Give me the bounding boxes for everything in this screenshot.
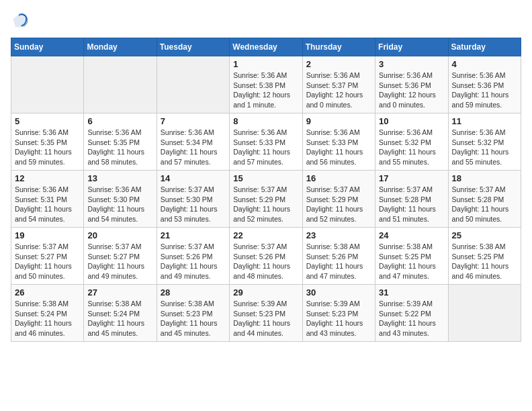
calendar-cell: 27Sunrise: 5:38 AM Sunset: 5:24 PM Dayli…	[84, 285, 157, 342]
calendar-cell: 21Sunrise: 5:37 AM Sunset: 5:26 PM Dayli…	[157, 228, 229, 285]
calendar-cell: 5Sunrise: 5:36 AM Sunset: 5:35 PM Daylig…	[11, 113, 84, 171]
calendar-week-row: 5Sunrise: 5:36 AM Sunset: 5:35 PM Daylig…	[11, 113, 521, 171]
calendar-cell: 14Sunrise: 5:37 AM Sunset: 5:30 PM Dayli…	[157, 171, 229, 228]
calendar-week-row: 1Sunrise: 5:36 AM Sunset: 5:38 PM Daylig…	[11, 56, 521, 113]
weekday-header-saturday: Saturday	[448, 38, 521, 56]
day-number: 26	[15, 287, 80, 298]
calendar-cell	[11, 56, 84, 113]
day-info: Sunrise: 5:38 AM Sunset: 5:23 PM Dayligh…	[161, 299, 226, 338]
weekday-header-thursday: Thursday	[302, 38, 375, 56]
calendar-cell: 26Sunrise: 5:38 AM Sunset: 5:24 PM Dayli…	[11, 285, 84, 342]
calendar-cell: 28Sunrise: 5:38 AM Sunset: 5:23 PM Dayli…	[157, 285, 229, 342]
calendar-cell: 19Sunrise: 5:37 AM Sunset: 5:27 PM Dayli…	[11, 228, 84, 285]
day-info: Sunrise: 5:38 AM Sunset: 5:24 PM Dayligh…	[15, 299, 80, 338]
calendar-cell: 9Sunrise: 5:36 AM Sunset: 5:33 PM Daylig…	[302, 113, 375, 171]
day-info: Sunrise: 5:37 AM Sunset: 5:27 PM Dayligh…	[15, 242, 80, 281]
weekday-header-sunday: Sunday	[11, 38, 84, 56]
calendar-table: SundayMondayTuesdayWednesdayThursdayFrid…	[11, 38, 521, 342]
day-number: 23	[306, 230, 371, 240]
calendar-week-row: 12Sunrise: 5:36 AM Sunset: 5:31 PM Dayli…	[11, 171, 521, 228]
day-info: Sunrise: 5:36 AM Sunset: 5:35 PM Dayligh…	[15, 128, 80, 167]
day-number: 22	[233, 230, 298, 240]
day-number: 24	[379, 230, 444, 240]
day-number: 29	[233, 287, 298, 298]
day-number: 4	[452, 59, 517, 69]
day-info: Sunrise: 5:37 AM Sunset: 5:26 PM Dayligh…	[233, 242, 298, 281]
calendar-cell: 25Sunrise: 5:38 AM Sunset: 5:25 PM Dayli…	[448, 228, 521, 285]
calendar-cell: 7Sunrise: 5:36 AM Sunset: 5:34 PM Daylig…	[157, 113, 229, 171]
day-info: Sunrise: 5:36 AM Sunset: 5:37 PM Dayligh…	[306, 71, 371, 110]
calendar-cell: 4Sunrise: 5:36 AM Sunset: 5:36 PM Daylig…	[448, 56, 521, 113]
weekday-header-tuesday: Tuesday	[157, 38, 229, 56]
calendar-cell	[448, 285, 521, 342]
day-number: 16	[306, 173, 371, 183]
day-info: Sunrise: 5:37 AM Sunset: 5:29 PM Dayligh…	[233, 185, 298, 224]
calendar-cell: 8Sunrise: 5:36 AM Sunset: 5:33 PM Daylig…	[230, 113, 302, 171]
day-number: 7	[161, 116, 226, 126]
day-number: 5	[15, 116, 80, 126]
day-number: 17	[379, 173, 444, 183]
day-info: Sunrise: 5:37 AM Sunset: 5:28 PM Dayligh…	[379, 185, 444, 224]
day-number: 30	[306, 287, 371, 298]
day-number: 2	[306, 59, 371, 69]
calendar-cell: 2Sunrise: 5:36 AM Sunset: 5:37 PM Daylig…	[302, 56, 375, 113]
day-number: 10	[379, 116, 444, 126]
day-number: 27	[87, 287, 152, 298]
calendar-cell: 13Sunrise: 5:36 AM Sunset: 5:30 PM Dayli…	[84, 171, 157, 228]
day-number: 9	[306, 116, 371, 126]
day-number: 15	[233, 173, 298, 183]
day-number: 12	[15, 173, 80, 183]
day-info: Sunrise: 5:36 AM Sunset: 5:33 PM Dayligh…	[233, 128, 298, 167]
day-info: Sunrise: 5:36 AM Sunset: 5:32 PM Dayligh…	[452, 128, 517, 167]
calendar-cell: 29Sunrise: 5:39 AM Sunset: 5:23 PM Dayli…	[230, 285, 302, 342]
day-info: Sunrise: 5:36 AM Sunset: 5:30 PM Dayligh…	[87, 185, 152, 224]
day-info: Sunrise: 5:36 AM Sunset: 5:38 PM Dayligh…	[233, 71, 298, 110]
day-info: Sunrise: 5:36 AM Sunset: 5:35 PM Dayligh…	[87, 128, 152, 167]
calendar-cell: 17Sunrise: 5:37 AM Sunset: 5:28 PM Dayli…	[375, 171, 448, 228]
day-info: Sunrise: 5:36 AM Sunset: 5:34 PM Dayligh…	[161, 128, 226, 167]
day-info: Sunrise: 5:36 AM Sunset: 5:32 PM Dayligh…	[379, 128, 444, 167]
day-number: 14	[161, 173, 226, 183]
calendar-cell: 1Sunrise: 5:36 AM Sunset: 5:38 PM Daylig…	[230, 56, 302, 113]
logo	[11, 11, 32, 30]
day-info: Sunrise: 5:38 AM Sunset: 5:24 PM Dayligh…	[87, 299, 152, 338]
calendar-cell: 31Sunrise: 5:39 AM Sunset: 5:22 PM Dayli…	[375, 285, 448, 342]
day-info: Sunrise: 5:37 AM Sunset: 5:29 PM Dayligh…	[306, 185, 371, 224]
weekday-header-monday: Monday	[84, 38, 157, 56]
weekday-header-row: SundayMondayTuesdayWednesdayThursdayFrid…	[11, 38, 521, 56]
calendar-week-row: 26Sunrise: 5:38 AM Sunset: 5:24 PM Dayli…	[11, 285, 521, 342]
day-info: Sunrise: 5:38 AM Sunset: 5:26 PM Dayligh…	[306, 242, 371, 281]
day-info: Sunrise: 5:36 AM Sunset: 5:36 PM Dayligh…	[452, 71, 517, 110]
day-info: Sunrise: 5:36 AM Sunset: 5:31 PM Dayligh…	[15, 185, 80, 224]
calendar-cell: 11Sunrise: 5:36 AM Sunset: 5:32 PM Dayli…	[448, 113, 521, 171]
calendar-cell: 10Sunrise: 5:36 AM Sunset: 5:32 PM Dayli…	[375, 113, 448, 171]
day-number: 11	[452, 116, 517, 126]
calendar-cell: 30Sunrise: 5:39 AM Sunset: 5:23 PM Dayli…	[302, 285, 375, 342]
day-number: 18	[452, 173, 517, 183]
day-number: 8	[233, 116, 298, 126]
calendar-cell: 12Sunrise: 5:36 AM Sunset: 5:31 PM Dayli…	[11, 171, 84, 228]
day-number: 28	[161, 287, 226, 298]
calendar-week-row: 19Sunrise: 5:37 AM Sunset: 5:27 PM Dayli…	[11, 228, 521, 285]
day-info: Sunrise: 5:36 AM Sunset: 5:33 PM Dayligh…	[306, 128, 371, 167]
calendar-cell: 20Sunrise: 5:37 AM Sunset: 5:27 PM Dayli…	[84, 228, 157, 285]
day-info: Sunrise: 5:38 AM Sunset: 5:25 PM Dayligh…	[452, 242, 517, 281]
day-info: Sunrise: 5:36 AM Sunset: 5:36 PM Dayligh…	[379, 71, 444, 110]
day-info: Sunrise: 5:39 AM Sunset: 5:22 PM Dayligh…	[379, 299, 444, 338]
day-number: 6	[87, 116, 152, 126]
calendar-cell: 24Sunrise: 5:38 AM Sunset: 5:25 PM Dayli…	[375, 228, 448, 285]
day-number: 13	[87, 173, 152, 183]
day-info: Sunrise: 5:39 AM Sunset: 5:23 PM Dayligh…	[233, 299, 298, 338]
day-info: Sunrise: 5:37 AM Sunset: 5:27 PM Dayligh…	[87, 242, 152, 281]
day-info: Sunrise: 5:37 AM Sunset: 5:30 PM Dayligh…	[161, 185, 226, 224]
day-info: Sunrise: 5:37 AM Sunset: 5:28 PM Dayligh…	[452, 185, 517, 224]
day-number: 1	[233, 59, 298, 69]
calendar-cell: 6Sunrise: 5:36 AM Sunset: 5:35 PM Daylig…	[84, 113, 157, 171]
calendar-cell: 16Sunrise: 5:37 AM Sunset: 5:29 PM Dayli…	[302, 171, 375, 228]
calendar-cell: 22Sunrise: 5:37 AM Sunset: 5:26 PM Dayli…	[230, 228, 302, 285]
day-info: Sunrise: 5:38 AM Sunset: 5:25 PM Dayligh…	[379, 242, 444, 281]
day-number: 21	[161, 230, 226, 240]
calendar-cell: 18Sunrise: 5:37 AM Sunset: 5:28 PM Dayli…	[448, 171, 521, 228]
calendar-cell: 3Sunrise: 5:36 AM Sunset: 5:36 PM Daylig…	[375, 56, 448, 113]
day-info: Sunrise: 5:39 AM Sunset: 5:23 PM Dayligh…	[306, 299, 371, 338]
